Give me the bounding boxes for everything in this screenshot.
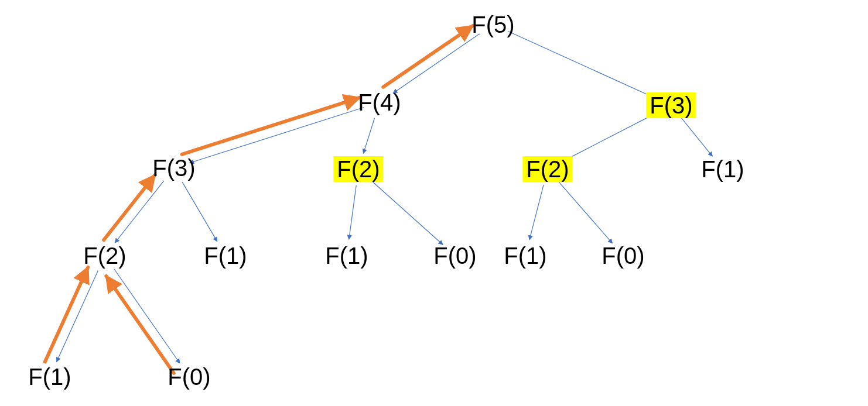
tree-edge (349, 185, 357, 240)
tree-edge (114, 269, 180, 363)
tree-edge (57, 270, 98, 362)
node-f1-under-f2m: F(1) (322, 243, 371, 269)
tree-edge (529, 185, 544, 240)
return-path-arrow (104, 175, 155, 240)
tree-edge (508, 32, 656, 99)
tree-edge (558, 181, 612, 243)
return-path-arrow (106, 276, 173, 373)
return-path-arrow (383, 26, 473, 87)
tree-edge (562, 113, 657, 161)
node-f0-bottom: F(0) (164, 364, 214, 390)
tree-edge (182, 182, 217, 242)
node-f2-right: F(2) (522, 156, 572, 182)
node-f1-farright: F(1) (698, 156, 747, 182)
node-f3-right: F(3) (646, 92, 696, 118)
node-f1-bottomleft: F(1) (25, 364, 74, 390)
tree-edge (363, 118, 374, 154)
node-f1-under-f3l: F(1) (200, 243, 250, 269)
tree-edge (682, 118, 713, 156)
node-f0-under-f2m: F(0) (430, 243, 480, 269)
orange-edges (45, 26, 473, 373)
node-f0-under-f2r: F(0) (598, 243, 648, 269)
blue-edges (57, 32, 713, 363)
tree-edge (115, 181, 163, 243)
tree-edge (371, 180, 443, 245)
node-f5: F(5) (468, 12, 518, 37)
recursion-tree-canvas: F(5) F(4) F(3) F(3) F(2) F(2) F(1) F(2) … (0, 0, 868, 406)
node-f2-mid: F(2) (333, 156, 383, 182)
node-f3-left: F(3) (149, 155, 199, 181)
edges-layer (0, 0, 868, 406)
return-path-arrow (45, 267, 88, 362)
node-f2-left: F(2) (80, 243, 129, 269)
node-f4: F(4) (354, 90, 404, 115)
tree-edge (190, 108, 364, 163)
node-f1-under-f2r: F(1) (500, 243, 550, 269)
tree-edge (393, 34, 480, 93)
return-path-arrow (182, 98, 360, 154)
